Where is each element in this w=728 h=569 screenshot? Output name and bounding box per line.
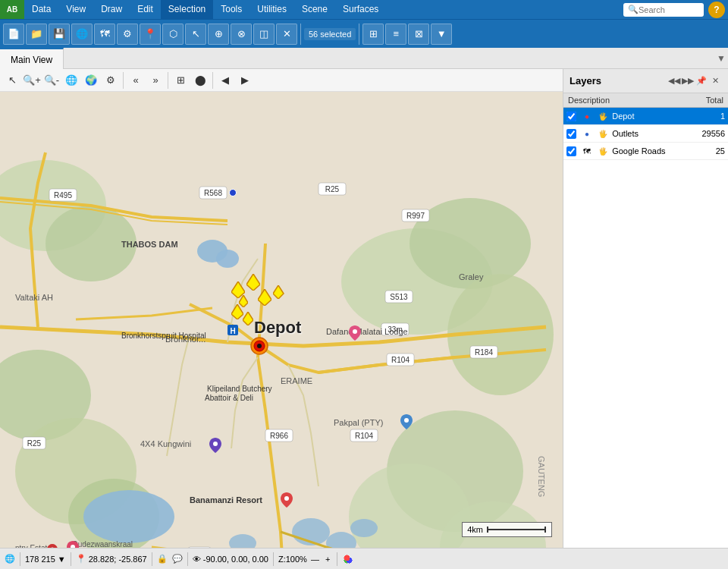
layer-depot-checkbox[interactable] (566, 112, 576, 121)
cursor-tool[interactable]: ↖ (3, 71, 21, 90)
layer-roads-checkbox[interactable] (566, 146, 576, 156)
zoom-control: Z:100% — + (278, 555, 332, 564)
layer-outlets-total: 29556 (692, 125, 728, 143)
grid-tool[interactable]: ⊞ (171, 71, 190, 90)
view-coords-value: -90.00, 0.00, 0.00 (203, 555, 268, 564)
menu-scene[interactable]: Scene (294, 0, 335, 19)
layer-roads-total: 25 (692, 143, 728, 160)
col-total: Total (692, 93, 728, 108)
globe2-button[interactable]: 🗺 (94, 24, 115, 45)
save-button[interactable]: 💾 (49, 24, 70, 45)
map-sep-3 (212, 72, 213, 89)
export-button[interactable]: ⊠ (408, 24, 429, 45)
svg-marker-78 (231, 304, 243, 319)
svg-text:GAUTENG: GAUTENG (537, 456, 546, 497)
settings-button[interactable]: ⚙ (117, 24, 138, 45)
svg-point-88 (257, 344, 262, 348)
layer-roads-hand-icon: 🖐 (597, 145, 609, 157)
menu-selection[interactable]: Selection (161, 0, 213, 19)
rewind-tool[interactable]: « (127, 71, 145, 90)
svg-marker-76 (273, 285, 284, 299)
depot-marker[interactable] (250, 337, 268, 357)
status-dots[interactable] (342, 553, 354, 565)
status-globe[interactable]: 🌐 (5, 554, 15, 564)
table-button[interactable]: ⊞ (362, 24, 384, 45)
zoom-out-tool[interactable]: 🔍- (42, 71, 61, 90)
svg-point-82 (284, 496, 289, 501)
clear-button[interactable]: ✕ (276, 24, 297, 45)
table2-button[interactable]: ≡ (385, 24, 406, 45)
toolbar-separator-1 (300, 24, 301, 45)
zoom-in-tool[interactable]: 🔍+ (23, 71, 41, 90)
layers-collapse-right[interactable]: ▶▶ (681, 74, 695, 88)
outlet-marker-2 (246, 274, 260, 291)
record-count-dropdown[interactable]: ▼ (58, 555, 66, 564)
select3-button[interactable]: ⊗ (231, 24, 252, 45)
globe-button[interactable]: 🌐 (71, 24, 93, 45)
svg-point-17 (350, 519, 378, 537)
open-button[interactable]: 📁 (26, 24, 47, 45)
chevron-right-tool[interactable]: ▶ (236, 71, 254, 90)
search-input[interactable] (639, 5, 699, 14)
search-area[interactable]: 🔍 (623, 3, 704, 17)
status-lock[interactable]: 🔒 (157, 554, 168, 564)
menu-data[interactable]: Data (24, 0, 58, 19)
more-button[interactable]: ▼ (431, 24, 452, 45)
location-button[interactable]: 📍 (140, 24, 161, 45)
select-button[interactable]: ↖ (185, 24, 206, 45)
layers-panel: Layers ◀◀ ▶▶ 📌 ✕ Description Total ● 🖐 (563, 69, 728, 548)
menu-tools[interactable]: Tools (213, 0, 249, 19)
layers-pin[interactable]: 📌 (695, 74, 708, 88)
map-canvas[interactable]: GAUTENG R495 R568 R25 R997 33m R104 (0, 92, 563, 548)
layer-depot-cell: ● 🖐 Depot (563, 108, 692, 125)
menu-edit[interactable]: Edit (130, 0, 161, 19)
new-button[interactable]: 📄 (3, 24, 24, 45)
svg-text:R184: R184 (475, 348, 493, 357)
layer-depot-name: Depot (612, 112, 634, 121)
ellipse-tool[interactable]: ⬤ (191, 71, 209, 90)
select2-button[interactable]: ⊕ (208, 24, 229, 45)
tab-main-view[interactable]: Main View (0, 48, 64, 69)
svg-text:Banamanzi Resort: Banamanzi Resort (190, 495, 262, 505)
menu-draw[interactable]: Draw (93, 0, 130, 19)
search-icon: 🔍 (628, 5, 639, 14)
layers-title: Layers (570, 75, 667, 86)
tab-bar: Main View ▼ (0, 48, 728, 69)
svg-text:H: H (230, 327, 235, 335)
menu-utilities[interactable]: Utilities (249, 0, 294, 19)
svg-text:Dafane Malatai Lodge: Dafane Malatai Lodge (326, 327, 408, 336)
svg-marker-75 (258, 289, 271, 306)
menu-view[interactable]: View (58, 0, 93, 19)
map-svg: GAUTENG R495 R568 R25 R997 33m R104 (0, 92, 563, 548)
svg-text:Bronkhorstspruit Hospital: Bronkhorstspruit Hospital (121, 332, 206, 340)
layer-outlets-checkbox[interactable] (566, 129, 576, 139)
globe-small-icon: 🌐 (5, 554, 15, 564)
forward-tool[interactable]: » (146, 71, 165, 90)
map-settings-tool[interactable]: ⚙ (102, 71, 120, 90)
layer-row-google-roads[interactable]: 🗺 🖐 Google Roads 25 (563, 143, 728, 160)
svg-rect-40 (188, 547, 211, 548)
solid-globe-tool[interactable]: 🌍 (82, 71, 100, 90)
status-eye: 👁 -90.00, 0.00, 0.00 (193, 555, 268, 564)
layer-row-outlets[interactable]: ● 🖐 Outlets 29556 (563, 125, 728, 143)
web-globe-tool[interactable]: 🌐 (62, 71, 80, 90)
layers-collapse-left[interactable]: ◀◀ (667, 74, 681, 88)
svg-text:R25: R25 (325, 185, 340, 193)
svg-text:Oudezwaanskraal: Oudezwaanskraal (72, 540, 133, 548)
layers-close[interactable]: ✕ (708, 74, 722, 88)
zoom-plus[interactable]: + (323, 555, 332, 564)
menu-surfaces[interactable]: Surfaces (335, 0, 386, 19)
svg-text:4X4 Kungwini: 4X4 Kungwini (140, 439, 191, 448)
polygon-button[interactable]: ⬡ (162, 24, 184, 45)
svg-text:ERAIME: ERAIME (281, 376, 312, 385)
help-button[interactable]: ? (708, 2, 725, 18)
select4-button[interactable]: ◫ (253, 24, 275, 45)
tab-arrow-down[interactable]: ▼ (714, 48, 728, 69)
layer-depot-dot-icon: ● (581, 110, 593, 122)
layer-row-depot[interactable]: ● 🖐 Depot 1 (563, 108, 728, 125)
svg-text:R104: R104 (391, 356, 410, 364)
status-sep-2 (71, 552, 71, 566)
zoom-minus[interactable]: — (309, 555, 322, 564)
chevron-left-tool[interactable]: ◀ (216, 71, 234, 90)
status-message[interactable]: 💬 (172, 554, 183, 564)
